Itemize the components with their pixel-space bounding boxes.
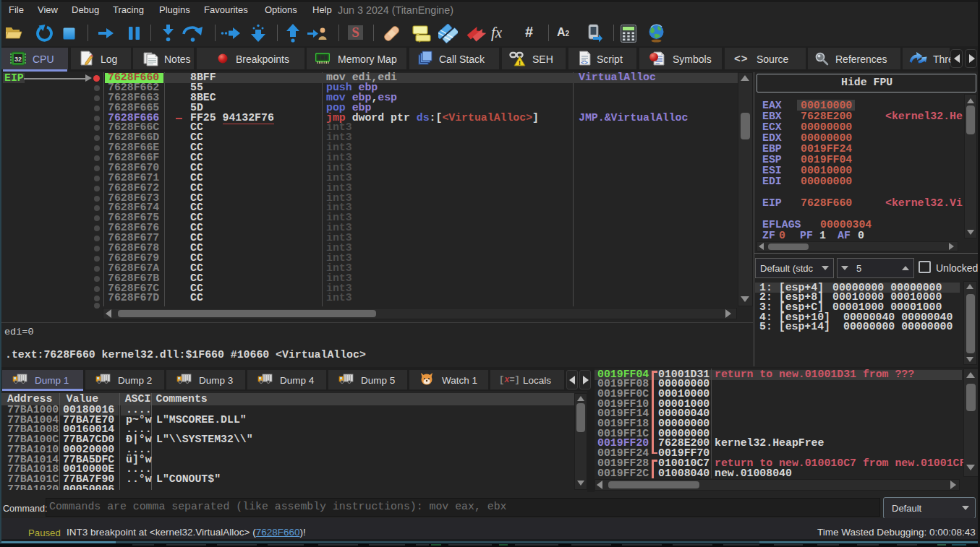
svg-text:S: S [351, 25, 359, 40]
svg-text:32: 32 [14, 56, 22, 63]
svg-text:<>: <> [581, 59, 588, 66]
svg-text:!: ! [519, 59, 521, 66]
